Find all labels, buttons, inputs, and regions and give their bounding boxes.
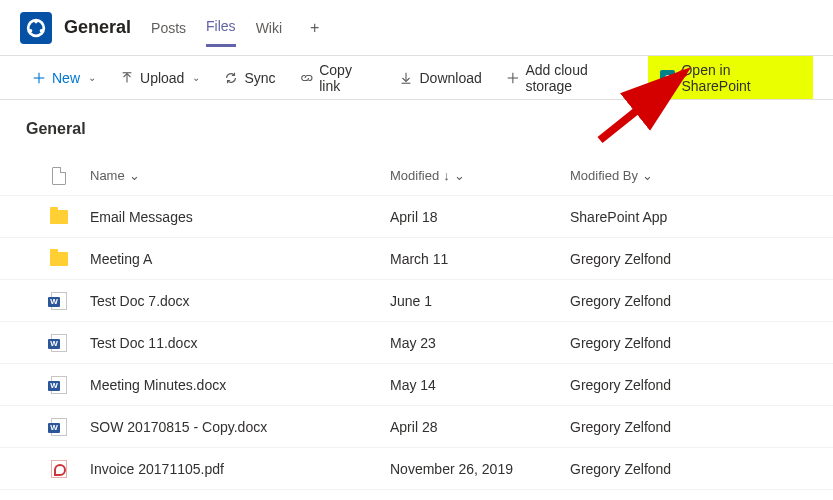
file-name[interactable]: Email Messages [90, 209, 390, 225]
file-modified: November 26, 2019 [390, 461, 570, 477]
download-button[interactable]: Download [387, 56, 493, 99]
chevron-down-icon: ⌄ [192, 72, 200, 83]
file-name[interactable]: Meeting A [90, 251, 390, 267]
svg-point-4 [40, 28, 44, 32]
channel-header: General Posts Files Wiki + [0, 0, 833, 56]
col-modifiedby-label: Modified By [570, 168, 638, 183]
sharepoint-label: Open in SharePoint [681, 62, 801, 94]
table-row[interactable]: Invoice 20171105.pdfNovember 26, 2019Gre… [0, 448, 833, 490]
plus-icon [32, 71, 46, 85]
table-row[interactable]: Meeting AMarch 11Gregory Zelfond [0, 238, 833, 280]
sort-desc-icon: ↓ [443, 168, 450, 183]
new-button[interactable]: New ⌄ [20, 56, 108, 99]
file-modified: May 14 [390, 377, 570, 393]
upload-button[interactable]: Upload ⌄ [108, 56, 212, 99]
breadcrumb: General [0, 100, 833, 156]
sync-button[interactable]: Sync [212, 56, 287, 99]
folder-icon [50, 250, 68, 268]
file-name[interactable]: Test Doc 7.docx [90, 293, 390, 309]
table-row[interactable]: Meeting Minutes.docxMay 14Gregory Zelfon… [0, 364, 833, 406]
svg-point-2 [34, 19, 38, 23]
file-modifiedby: Gregory Zelfond [570, 461, 770, 477]
col-modifiedby[interactable]: Modified By⌄ [570, 168, 770, 183]
channel-name: General [64, 17, 131, 38]
link-icon [300, 71, 314, 85]
svg-point-3 [29, 28, 33, 32]
docx-icon [50, 376, 68, 394]
table-row[interactable]: SOW 20170815 - Copy.docxApril 28Gregory … [0, 406, 833, 448]
file-modified: May 23 [390, 335, 570, 351]
file-modified: March 11 [390, 251, 570, 267]
file-modifiedby: Gregory Zelfond [570, 377, 770, 393]
grid-header: Name⌄ Modified ↓⌄ Modified By⌄ [0, 156, 833, 196]
file-grid: Name⌄ Modified ↓⌄ Modified By⌄ Email Mes… [0, 156, 833, 490]
folder-icon [50, 208, 68, 226]
docx-icon [50, 334, 68, 352]
download-label: Download [419, 70, 481, 86]
file-modifiedby: Gregory Zelfond [570, 251, 770, 267]
chevron-down-icon: ⌄ [129, 168, 140, 183]
tab-files[interactable]: Files [206, 8, 236, 47]
docx-icon [50, 292, 68, 310]
file-modifiedby: Gregory Zelfond [570, 293, 770, 309]
table-row[interactable]: Email MessagesApril 18SharePoint App [0, 196, 833, 238]
table-row[interactable]: Test Doc 11.docxMay 23Gregory Zelfond [0, 322, 833, 364]
file-name[interactable]: Invoice 20171105.pdf [90, 461, 390, 477]
table-row[interactable]: Test Doc 7.docxJune 1Gregory Zelfond [0, 280, 833, 322]
file-modified: April 18 [390, 209, 570, 225]
col-modified-label: Modified [390, 168, 439, 183]
col-name[interactable]: Name⌄ [90, 168, 390, 183]
file-modifiedby: Gregory Zelfond [570, 335, 770, 351]
tab-posts[interactable]: Posts [151, 10, 186, 46]
file-modified: June 1 [390, 293, 570, 309]
docx-icon [50, 418, 68, 436]
file-modifiedby: Gregory Zelfond [570, 419, 770, 435]
addcloud-button[interactable]: Add cloud storage [494, 56, 648, 99]
upload-label: Upload [140, 70, 184, 86]
plus-icon [506, 71, 520, 85]
copylink-button[interactable]: Copy link [288, 56, 388, 99]
file-modifiedby: SharePoint App [570, 209, 770, 225]
upload-icon [120, 71, 134, 85]
download-icon [399, 71, 413, 85]
col-name-label: Name [90, 168, 125, 183]
chevron-down-icon: ⌄ [454, 168, 465, 183]
chevron-down-icon: ⌄ [642, 168, 653, 183]
sync-icon [224, 71, 238, 85]
file-modified: April 28 [390, 419, 570, 435]
sharepoint-icon: s [660, 70, 676, 86]
open-sharepoint-button[interactable]: s Open in SharePoint [648, 56, 813, 99]
files-toolbar: New ⌄ Upload ⌄ Sync Copy link Download A… [0, 56, 833, 100]
file-type-icon [50, 167, 68, 185]
addcloud-label: Add cloud storage [525, 62, 635, 94]
file-name[interactable]: Test Doc 11.docx [90, 335, 390, 351]
file-name[interactable]: SOW 20170815 - Copy.docx [90, 419, 390, 435]
chevron-down-icon: ⌄ [88, 72, 96, 83]
pdf-icon [50, 460, 68, 478]
tabs: Posts Files Wiki + [151, 8, 327, 47]
tab-wiki[interactable]: Wiki [256, 10, 282, 46]
add-tab-button[interactable]: + [302, 15, 327, 41]
copylink-label: Copy link [319, 62, 375, 94]
sync-label: Sync [244, 70, 275, 86]
new-label: New [52, 70, 80, 86]
team-icon [20, 12, 52, 44]
col-modified[interactable]: Modified ↓⌄ [390, 168, 570, 183]
file-name[interactable]: Meeting Minutes.docx [90, 377, 390, 393]
svg-point-1 [30, 21, 43, 34]
